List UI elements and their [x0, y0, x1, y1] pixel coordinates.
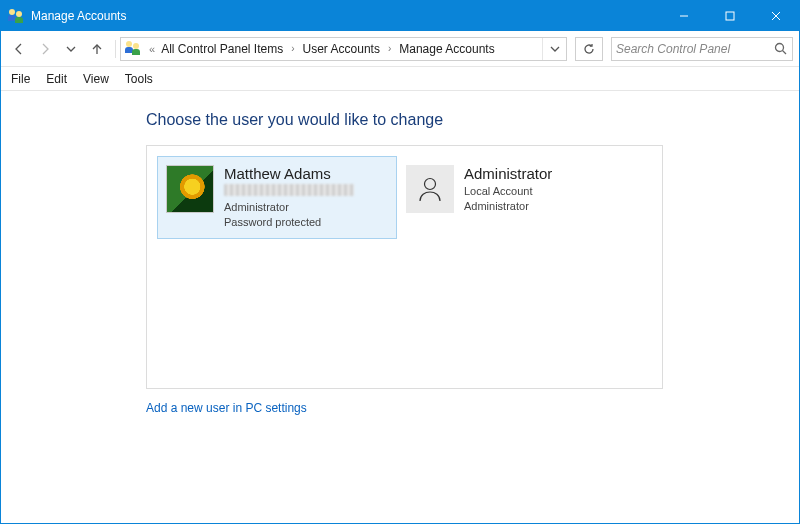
- account-card[interactable]: Administrator Local Account Administrato…: [397, 156, 637, 223]
- account-details: Matthew Adams Administrator Password pro…: [224, 165, 354, 230]
- separator: [115, 40, 116, 58]
- svg-point-5: [775, 44, 783, 52]
- up-button[interactable]: [85, 37, 109, 61]
- avatar-image: [166, 165, 214, 213]
- page-heading: Choose the user you would like to change: [146, 111, 799, 129]
- account-type: Local Account: [464, 184, 552, 199]
- search-icon[interactable]: [772, 42, 788, 55]
- breadcrumb-item[interactable]: User Accounts: [301, 40, 382, 58]
- refresh-button[interactable]: [575, 37, 603, 61]
- chevron-right-icon[interactable]: ›: [388, 43, 391, 54]
- window-title: Manage Accounts: [31, 9, 126, 23]
- user-accounts-icon: [9, 8, 25, 24]
- person-icon: [415, 174, 445, 204]
- address-bar[interactable]: « All Control Panel Items › User Account…: [120, 37, 567, 61]
- chevron-right-icon[interactable]: ›: [291, 43, 294, 54]
- breadcrumb: « All Control Panel Items › User Account…: [147, 40, 542, 58]
- search-input[interactable]: [616, 42, 772, 56]
- menu-file[interactable]: File: [3, 69, 38, 89]
- add-user-link[interactable]: Add a new user in PC settings: [146, 401, 307, 415]
- account-details: Administrator Local Account Administrato…: [464, 165, 552, 214]
- account-name: Matthew Adams: [224, 165, 354, 182]
- breadcrumb-item[interactable]: Manage Accounts: [397, 40, 496, 58]
- account-card[interactable]: Matthew Adams Administrator Password pro…: [157, 156, 397, 239]
- svg-line-6: [782, 51, 786, 55]
- navigation-row: « All Control Panel Items › User Account…: [1, 31, 799, 67]
- menu-view[interactable]: View: [75, 69, 117, 89]
- maximize-button[interactable]: [707, 1, 753, 31]
- avatar-placeholder: [406, 165, 454, 213]
- breadcrumb-item[interactable]: All Control Panel Items: [159, 40, 285, 58]
- search-box[interactable]: [611, 37, 793, 61]
- account-password-status: Password protected: [224, 215, 354, 230]
- breadcrumb-overflow-icon[interactable]: «: [149, 43, 155, 55]
- back-button[interactable]: [7, 37, 31, 61]
- account-name: Administrator: [464, 165, 552, 182]
- svg-rect-1: [726, 12, 734, 20]
- forward-button[interactable]: [33, 37, 57, 61]
- recent-locations-button[interactable]: [59, 37, 83, 61]
- user-accounts-icon: [125, 39, 145, 59]
- svg-point-7: [425, 179, 436, 190]
- title-bar: Manage Accounts: [1, 1, 799, 31]
- account-role: Administrator: [224, 200, 354, 215]
- account-role: Administrator: [464, 199, 552, 214]
- menu-bar: File Edit View Tools: [1, 67, 799, 91]
- menu-tools[interactable]: Tools: [117, 69, 161, 89]
- content-area: Choose the user you would like to change…: [1, 91, 799, 415]
- address-dropdown-button[interactable]: [542, 38, 566, 60]
- minimize-button[interactable]: [661, 1, 707, 31]
- account-email-redacted: [224, 184, 354, 196]
- close-button[interactable]: [753, 1, 799, 31]
- menu-edit[interactable]: Edit: [38, 69, 75, 89]
- accounts-panel: Matthew Adams Administrator Password pro…: [146, 145, 663, 389]
